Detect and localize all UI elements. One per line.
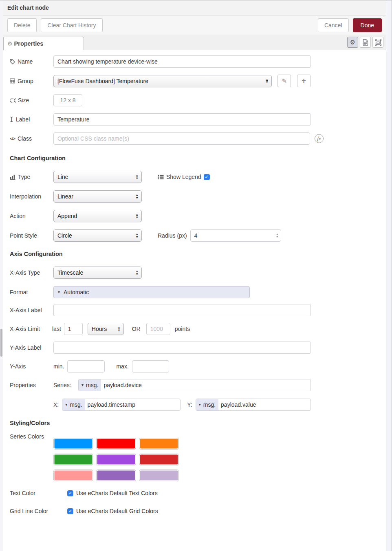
y-axis-label-label: Y-Axis Label <box>10 344 41 351</box>
chart-configuration-heading: Chart Configuration <box>10 155 386 161</box>
limit-points-text: points <box>175 326 190 332</box>
series-color-swatch[interactable] <box>53 438 93 450</box>
limit-points-input[interactable] <box>146 323 170 335</box>
group-select-value: [FlowFuse Dashboard] Temperature <box>57 78 148 84</box>
class-input[interactable] <box>53 132 310 145</box>
select-arrows-icon: ▲▼ <box>266 78 269 84</box>
y-type-button[interactable]: ▾ msg. <box>196 399 218 410</box>
description-view-button[interactable] <box>360 37 371 48</box>
name-input[interactable] <box>53 55 311 68</box>
x-axis-type-label: X-Axis Type <box>10 269 40 276</box>
code-icon: </> <box>10 135 15 142</box>
fx-icon: fx <box>315 134 324 143</box>
series-label: Series: <box>53 382 78 388</box>
done-button[interactable]: Done <box>353 18 382 32</box>
tag-icon <box>10 59 15 64</box>
radius-label: Radius (px) <box>158 232 187 239</box>
properties-xy-row: X: ▾ msg. payload.timestamp Y: ▾ msg. pa… <box>10 399 386 411</box>
dialog-toolbar: Delete Clear Chart History Cancel Done <box>3 15 386 35</box>
series-color-swatch[interactable] <box>139 438 179 450</box>
left-scrollbar-thumb[interactable] <box>0 329 2 357</box>
series-color-swatch[interactable] <box>53 454 93 465</box>
y-axis-label-input[interactable] <box>53 342 311 354</box>
right-edge-strip <box>386 0 392 551</box>
x-axis-label-input[interactable] <box>53 304 311 316</box>
y-typed-input[interactable]: ▾ msg. payload.value <box>196 399 311 411</box>
radius-input[interactable] <box>190 229 281 242</box>
series-color-swatch[interactable] <box>53 469 93 481</box>
action-select-value: Append <box>57 213 77 219</box>
x-axis-label-row: X-Axis Label <box>10 304 386 316</box>
point-style-select[interactable]: Circle ▲▼ <box>53 229 142 242</box>
limit-unit-select[interactable]: Hours ▲▼ <box>88 323 124 335</box>
tab-properties[interactable]: ⚙ Properties <box>3 37 84 50</box>
series-type-button[interactable]: ▾ msg. <box>79 379 101 391</box>
x-type-label: msg. <box>70 401 82 408</box>
edit-group-button[interactable]: ✎ <box>277 75 291 87</box>
list-icon <box>158 174 164 180</box>
series-typed-input[interactable]: ▾ msg. payload.device <box>78 379 311 391</box>
x-typed-input[interactable]: ▾ msg. payload.timestamp <box>62 399 181 411</box>
series-value[interactable]: payload.device <box>101 382 141 388</box>
chevron-down-icon: ▾ <box>81 383 84 387</box>
series-color-swatch[interactable] <box>96 438 136 450</box>
table-icon <box>10 78 15 84</box>
text-color-checkbox[interactable] <box>67 490 73 496</box>
format-value: Automatic <box>64 289 89 295</box>
x-prop-value[interactable]: payload.timestamp <box>85 401 136 408</box>
text-color-row: Text Color Use eCharts Default Text Colo… <box>10 487 386 499</box>
y-max-input[interactable] <box>132 360 169 372</box>
x-axis-type-select[interactable]: Timescale ▲▼ <box>53 267 142 279</box>
action-row: Action Append ▲▼ <box>10 210 386 222</box>
point-style-select-value: Circle <box>57 232 72 239</box>
series-type-label: msg. <box>86 382 98 388</box>
select-arrows-icon: ▲▼ <box>117 326 120 332</box>
type-select[interactable]: Line ▲▼ <box>53 171 142 183</box>
type-select-value: Line <box>57 174 68 180</box>
tab-bar: ⚙ Properties ⚙ <box>3 35 386 50</box>
format-dropdown[interactable]: ▾ Automatic <box>53 286 250 298</box>
series-color-swatch[interactable] <box>96 469 136 481</box>
y-prop-value[interactable]: payload.value <box>218 401 256 408</box>
series-color-swatch[interactable] <box>139 454 179 465</box>
limit-unit-value: Hours <box>92 326 107 332</box>
dialog-title: Edit chart node <box>7 4 49 11</box>
size-button[interactable]: 12 x 8 <box>53 94 82 106</box>
select-arrows-icon: ▲▼ <box>136 214 139 219</box>
x-axis-type-select-value: Timescale <box>57 269 83 276</box>
label-input[interactable] <box>53 113 311 126</box>
interpolation-select[interactable]: Linear ▲▼ <box>53 190 142 203</box>
delete-button[interactable]: Delete <box>7 18 37 32</box>
x-axis-type-row: X-Axis Type Timescale ▲▼ <box>10 267 386 279</box>
clear-chart-history-button[interactable]: Clear Chart History <box>41 18 102 32</box>
series-color-swatch[interactable] <box>139 469 179 481</box>
properties-series-row: Properties Series: ▾ msg. payload.device <box>10 379 386 391</box>
series-colors-label: Series Colors <box>10 433 44 440</box>
appearance-view-button[interactable] <box>372 37 383 48</box>
left-scrollbar-track[interactable] <box>0 0 3 551</box>
name-row: Name <box>10 55 386 68</box>
action-select[interactable]: Append ▲▼ <box>53 210 142 222</box>
properties-label: Properties <box>10 381 36 389</box>
bar-chart-icon <box>10 174 15 180</box>
cancel-button[interactable]: Cancel <box>318 18 349 32</box>
series-color-swatch[interactable] <box>96 454 136 465</box>
x-type-button[interactable]: ▾ msg. <box>62 399 85 410</box>
limit-value-input[interactable] <box>64 323 83 335</box>
gear-icon: ⚙ <box>350 39 355 46</box>
grid-color-label: Grid Line Color <box>10 507 48 515</box>
grid-color-row: Grid Line Color Use eCharts Default Grid… <box>10 505 386 517</box>
grid-color-checkbox[interactable] <box>67 508 73 514</box>
group-select[interactable]: [FlowFuse Dashboard] Temperature ▲▼ <box>53 75 272 87</box>
document-icon <box>363 39 368 46</box>
size-row: Size 12 x 8 <box>10 94 386 106</box>
show-legend-checkbox[interactable] <box>204 174 210 180</box>
y-min-input[interactable] <box>67 360 105 372</box>
size-label: Size <box>18 97 29 104</box>
add-group-button[interactable]: + <box>297 75 311 87</box>
select-arrows-icon: ▲▼ <box>136 233 139 238</box>
number-stepper[interactable]: ▲▼ <box>276 233 279 238</box>
series-color-grid <box>53 438 184 481</box>
properties-view-button[interactable]: ⚙ <box>347 37 358 48</box>
chevron-down-icon: ▾ <box>199 403 201 407</box>
